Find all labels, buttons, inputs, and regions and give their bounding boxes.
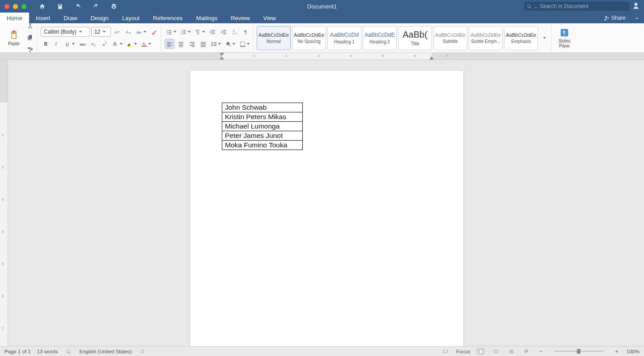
zoom-in-button[interactable]: + xyxy=(613,348,620,355)
table-cell[interactable]: Kristin Peters Mikas xyxy=(222,112,303,122)
table-row[interactable]: Michael Lumonga xyxy=(222,122,303,131)
underline-button[interactable]: U xyxy=(63,39,76,49)
web-layout-view-icon[interactable] xyxy=(491,348,500,355)
style-normal[interactable]: AaBbCcDdEeNormal xyxy=(257,26,291,50)
numbering-icon[interactable]: 123 xyxy=(179,27,192,37)
align-left-icon[interactable] xyxy=(165,39,174,49)
borders-icon[interactable] xyxy=(238,39,251,49)
svg-rect-35 xyxy=(197,33,199,34)
change-case-icon[interactable]: Aa xyxy=(135,27,148,37)
tab-draw[interactable]: Draw xyxy=(57,13,84,23)
table-row[interactable]: Kristin Peters Mikas xyxy=(222,112,303,122)
multilevel-list-icon[interactable] xyxy=(193,27,206,37)
font-size-combo[interactable]: 12 xyxy=(91,27,111,37)
increase-indent-icon[interactable] xyxy=(219,27,229,37)
highlight-icon[interactable] xyxy=(125,39,138,49)
save-icon[interactable] xyxy=(55,1,65,11)
table-cell[interactable]: Peter James Junot xyxy=(222,131,303,141)
bullets-icon[interactable] xyxy=(165,27,178,37)
close-window-button[interactable] xyxy=(4,4,9,9)
font-name-combo[interactable]: Calibri (Body) xyxy=(41,27,90,37)
align-center-icon[interactable] xyxy=(176,39,186,49)
superscript-button[interactable]: X2 xyxy=(100,39,110,49)
group-styles-pane: ¶ Styles Pane xyxy=(553,25,576,51)
ruler-horizontal[interactable]: 1234567 xyxy=(0,53,644,60)
paste-button[interactable]: Paste xyxy=(4,25,23,51)
italic-button[interactable]: I xyxy=(52,39,62,49)
table-cell[interactable]: Moka Fumino Touka xyxy=(222,141,303,150)
account-icon[interactable] xyxy=(632,2,640,11)
search-box[interactable]: ⌄ xyxy=(524,2,630,11)
ruler-vertical[interactable]: 1234567 xyxy=(0,60,8,346)
spellcheck-icon[interactable] xyxy=(64,348,73,355)
table-row[interactable]: Peter James Junot xyxy=(222,131,303,141)
subscript-button[interactable]: X2 xyxy=(89,39,98,49)
tab-mailings[interactable]: Mailings xyxy=(190,13,225,23)
tab-review[interactable]: Review xyxy=(224,13,257,23)
home-icon[interactable] xyxy=(37,1,47,11)
shading-icon[interactable] xyxy=(224,39,237,49)
tab-view[interactable]: View xyxy=(257,13,283,23)
clear-formatting-icon[interactable] xyxy=(149,27,159,37)
redo-icon[interactable] xyxy=(91,1,101,11)
track-changes-icon[interactable] xyxy=(138,348,147,355)
sort-icon[interactable]: AZ xyxy=(230,27,240,37)
zoom-slider-thumb[interactable] xyxy=(577,349,580,354)
status-page[interactable]: Page 1 of 1 xyxy=(4,349,31,354)
print-layout-view-icon[interactable] xyxy=(476,348,485,355)
show-marks-icon[interactable]: ¶ xyxy=(241,27,251,37)
style-heading-2[interactable]: AaBbCcDdEHeading 2 xyxy=(363,26,397,50)
table-row[interactable]: John Schwab xyxy=(222,103,303,112)
line-spacing-icon[interactable] xyxy=(209,39,222,49)
draft-view-icon[interactable] xyxy=(522,348,531,355)
copy-icon[interactable] xyxy=(25,33,35,43)
collapse-ribbon-button[interactable] xyxy=(630,13,644,23)
first-line-indent-marker[interactable] xyxy=(220,53,224,56)
focus-mode-icon[interactable] xyxy=(441,348,450,355)
page[interactable]: John SchwabKristin Peters MikasMichael L… xyxy=(190,71,463,346)
search-input[interactable] xyxy=(540,3,627,9)
justify-icon[interactable] xyxy=(198,39,208,49)
styles-more-icon[interactable] xyxy=(539,33,549,43)
zoom-slider[interactable] xyxy=(554,351,603,352)
text-effects-icon[interactable]: A xyxy=(111,39,124,49)
svg-rect-1 xyxy=(13,30,15,32)
customize-qat-icon[interactable] xyxy=(127,1,136,11)
styles-pane-button[interactable]: ¶ Styles Pane xyxy=(555,25,574,51)
decrease-indent-icon[interactable] xyxy=(208,27,217,37)
table-row[interactable]: Moka Fumino Touka xyxy=(222,141,303,150)
status-language[interactable]: English (United States) xyxy=(80,349,132,354)
style-emphasis[interactable]: AaBbCcDdEeEmphasis xyxy=(504,26,538,50)
align-right-icon[interactable] xyxy=(187,39,197,49)
style-no-spacing[interactable]: AaBbCcDdEeNo Spacing xyxy=(292,26,326,50)
tab-design[interactable]: Design xyxy=(84,13,115,23)
outline-view-icon[interactable] xyxy=(507,348,516,355)
zoom-out-button[interactable]: − xyxy=(537,348,544,355)
minimize-window-button[interactable] xyxy=(13,4,18,9)
style-heading-1[interactable]: AaBbCcDdHeading 1 xyxy=(327,26,361,50)
tab-home[interactable]: Home xyxy=(0,13,29,23)
grow-font-icon[interactable]: A▲ xyxy=(112,27,122,37)
bold-button[interactable]: B xyxy=(41,39,51,49)
zoom-percent[interactable]: 100% xyxy=(627,349,640,354)
tab-layout[interactable]: Layout xyxy=(115,13,146,23)
hanging-indent-marker[interactable] xyxy=(220,56,224,60)
style-subtitle[interactable]: AaBbCcDdEeSubtitle xyxy=(433,26,467,50)
shrink-font-icon[interactable]: A▼ xyxy=(123,27,133,37)
share-button[interactable]: Share xyxy=(599,13,630,23)
status-words[interactable]: 13 words xyxy=(37,349,58,354)
right-indent-marker[interactable] xyxy=(429,56,434,60)
style-title[interactable]: AaBb(Title xyxy=(398,26,432,50)
tab-references[interactable]: References xyxy=(146,13,189,23)
cut-icon[interactable] xyxy=(25,21,35,31)
print-icon[interactable] xyxy=(109,1,119,11)
document-table[interactable]: John SchwabKristin Peters MikasMichael L… xyxy=(222,103,303,150)
zoom-window-button[interactable] xyxy=(21,4,26,9)
table-cell[interactable]: Michael Lumonga xyxy=(222,122,303,131)
status-focus[interactable]: Focus xyxy=(456,349,470,354)
style-subtle-emph-[interactable]: AaBbCcDdEeSubtle Emph... xyxy=(469,26,503,50)
font-color-icon[interactable]: A xyxy=(140,39,153,49)
undo-icon[interactable] xyxy=(73,1,83,11)
table-cell[interactable]: John Schwab xyxy=(222,103,303,112)
strikethrough-button[interactable]: abc xyxy=(77,39,87,49)
